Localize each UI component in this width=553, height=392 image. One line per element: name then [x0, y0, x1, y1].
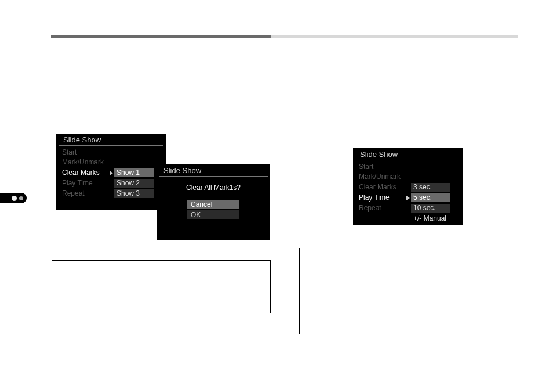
menu-item-clear-marks[interactable]: Clear Marks: [356, 183, 406, 192]
note-box-left: [52, 260, 271, 313]
dot-icon: [12, 196, 17, 201]
menu-item-mark-unmark[interactable]: Mark/Unmark: [60, 158, 110, 167]
chevron-right-icon: [406, 196, 410, 200]
panel-title: Slide Show: [59, 134, 163, 146]
option-5sec[interactable]: 5 sec.: [411, 193, 450, 202]
menu-item-blank: [356, 214, 406, 224]
menu-row: Play Time Show 2: [56, 178, 166, 189]
option-manual[interactable]: +/- Manual: [411, 214, 450, 223]
menu-row: +/- Manual: [353, 214, 463, 224]
menu-item-repeat[interactable]: Repeat: [356, 204, 406, 213]
header-divider-dark: [51, 35, 271, 38]
dot-icon: [19, 196, 23, 200]
side-tab: [0, 193, 27, 203]
menu-row: Start: [56, 148, 166, 157]
menu-row: Clear Marks Show 1: [56, 168, 166, 178]
menu-row: Clear Marks 3 sec.: [353, 182, 463, 193]
menu-item-play-time[interactable]: Play Time: [60, 179, 110, 188]
cancel-button[interactable]: Cancel: [187, 200, 239, 209]
menu-item-start[interactable]: Start: [60, 148, 110, 157]
slide-show-panel-clear-marks: Slide Show Start Mark/Unmark Clear Marks…: [56, 134, 166, 210]
menu-item-play-time[interactable]: Play Time: [356, 193, 406, 203]
menu-row: Mark/Unmark: [56, 157, 166, 167]
note-box-right: [299, 248, 518, 334]
panel-title: Slide Show: [355, 148, 460, 160]
option-10sec[interactable]: 10 sec.: [411, 204, 450, 213]
dialog-message: Clear All Mark1s?: [157, 180, 270, 200]
clear-marks-dialog: Slide Show Clear All Mark1s? Cancel OK: [157, 164, 270, 240]
menu-item-mark-unmark[interactable]: Mark/Unmark: [356, 173, 406, 181]
menu-item-start[interactable]: Start: [356, 163, 406, 171]
chevron-right-icon: [110, 171, 113, 175]
menu-row: Repeat 10 sec.: [353, 203, 463, 214]
menu-row: Start: [353, 162, 463, 172]
ok-button[interactable]: OK: [187, 210, 239, 219]
header-divider-light: [271, 35, 518, 38]
option-show-2[interactable]: Show 2: [114, 179, 154, 188]
dialog-title: Slide Show: [159, 164, 268, 177]
menu-item-clear-marks[interactable]: Clear Marks: [60, 168, 110, 178]
header-divider: [51, 35, 518, 38]
option-show-3[interactable]: Show 3: [114, 189, 154, 198]
menu-row: Mark/Unmark: [353, 172, 463, 182]
option-show-1[interactable]: Show 1: [114, 168, 154, 177]
menu-row: Play Time 5 sec.: [353, 193, 463, 203]
option-3sec[interactable]: 3 sec.: [411, 183, 450, 192]
dialog-buttons: Cancel OK: [157, 200, 270, 219]
menu-item-repeat[interactable]: Repeat: [60, 189, 110, 199]
menu-row: Repeat Show 3: [56, 189, 166, 199]
slide-show-panel-play-time: Slide Show Start Mark/Unmark Clear Marks…: [353, 148, 463, 225]
